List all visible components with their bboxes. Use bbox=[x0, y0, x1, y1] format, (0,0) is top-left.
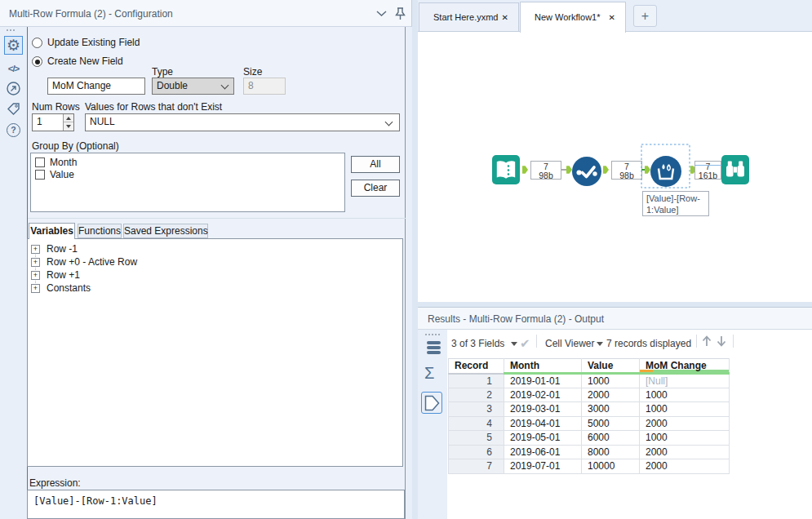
cell: 2019-06-01 bbox=[504, 445, 582, 459]
tab-label: Start Here.yxmd bbox=[433, 12, 498, 22]
table-row[interactable]: 72019-07-01100002000 bbox=[449, 459, 730, 474]
arrow-up-icon[interactable] bbox=[701, 335, 712, 348]
tree-expand-row-plus1[interactable]: + bbox=[31, 271, 40, 280]
tree-expand-constants[interactable]: + bbox=[31, 284, 40, 293]
chevron-down-icon[interactable] bbox=[511, 342, 517, 346]
gear-icon: ⚙ bbox=[7, 36, 20, 55]
tab-saved-expressions[interactable]: Saved Expressions bbox=[123, 224, 208, 238]
tab-label: New Workflow1* bbox=[535, 12, 601, 22]
table-row[interactable]: 62019-06-0180002000 bbox=[449, 445, 730, 459]
all-button[interactable]: All bbox=[351, 156, 400, 173]
navigate-icon[interactable] bbox=[4, 79, 23, 98]
tab-new-workflow1[interactable]: New Workflow1* ✕ bbox=[520, 2, 626, 33]
close-icon[interactable]: ✕ bbox=[609, 13, 615, 22]
table-row[interactable]: 12019-01-011000[Null] bbox=[449, 374, 730, 388]
cell: 3 bbox=[449, 402, 504, 417]
tab-start-here[interactable]: Start Here.yxmd ✕ bbox=[419, 2, 519, 32]
configuration-title-bar: Multi-Row Formula (2) - Configuration bbox=[0, 0, 412, 27]
cell: 2000 bbox=[640, 459, 730, 474]
table-view-icon[interactable] bbox=[427, 341, 441, 354]
update-existing-field-radio[interactable] bbox=[32, 38, 42, 48]
tree-item-row-plus1[interactable]: Row +1 bbox=[47, 269, 80, 281]
type-label: Type bbox=[152, 66, 173, 78]
values-for-rows-value: NULL bbox=[90, 116, 115, 127]
create-new-field-radio[interactable] bbox=[32, 56, 42, 67]
data-size: 161b bbox=[695, 171, 721, 180]
metadata-view-icon-selected[interactable] bbox=[421, 392, 442, 414]
text-input-tool-icon[interactable] bbox=[492, 155, 520, 184]
type-value: Double bbox=[157, 80, 188, 91]
xml-view-icon[interactable]: </> bbox=[4, 59, 23, 78]
cell: 10000 bbox=[582, 459, 640, 474]
col-header-record[interactable]: Record bbox=[449, 359, 504, 374]
close-icon[interactable]: ✕ bbox=[502, 13, 508, 22]
variables-tree-box bbox=[27, 238, 403, 467]
expression-label: Expression: bbox=[29, 477, 81, 489]
group-by-month-label: Month bbox=[50, 157, 77, 168]
col-header-value[interactable]: Value bbox=[582, 359, 640, 374]
spinner-buttons[interactable] bbox=[63, 114, 73, 131]
tree-expand-row-0[interactable]: + bbox=[31, 258, 40, 267]
cell: 7 bbox=[449, 459, 504, 474]
tree-item-constants[interactable]: Constants bbox=[47, 282, 91, 294]
cell: 2019-05-01 bbox=[504, 431, 582, 446]
spinner-down-button[interactable] bbox=[64, 122, 73, 130]
tool-selection-outline bbox=[641, 144, 690, 189]
new-field-name-input[interactable]: MoM Change bbox=[47, 78, 145, 95]
group-by-value-checkbox[interactable] bbox=[35, 170, 45, 180]
cell: 1000 bbox=[640, 388, 730, 402]
tab-variables[interactable]: Variables bbox=[29, 223, 75, 239]
code-icon: </> bbox=[8, 64, 20, 73]
cell: 2019-04-01 bbox=[504, 416, 582, 431]
browse-tool-icon[interactable] bbox=[721, 155, 749, 184]
cell: 3000 bbox=[582, 402, 640, 417]
cell: 8000 bbox=[582, 445, 640, 459]
new-tab-button[interactable]: + bbox=[633, 5, 657, 27]
collapse-chevron-icon[interactable] bbox=[376, 11, 387, 17]
pentagon-icon bbox=[424, 395, 440, 411]
tab-functions[interactable]: Functions bbox=[78, 224, 122, 238]
group-by-month-checkbox[interactable] bbox=[35, 157, 45, 167]
col-header-mom-change[interactable]: MoM Change bbox=[640, 359, 730, 374]
cell: [Null] bbox=[640, 374, 730, 388]
group-by-value-label: Value bbox=[50, 169, 74, 180]
apply-check-icon[interactable]: ✔ bbox=[520, 336, 530, 351]
cell-viewer-dropdown[interactable]: Cell Viewer bbox=[545, 338, 594, 349]
tree-expand-row-minus1[interactable]: + bbox=[31, 245, 40, 254]
type-dropdown[interactable]: Double bbox=[152, 78, 234, 95]
chevron-down-icon bbox=[385, 118, 393, 126]
profile-sigma-icon[interactable]: Σ bbox=[424, 364, 434, 383]
data-size: 98b bbox=[612, 171, 641, 180]
up-triangle-icon bbox=[66, 117, 71, 120]
group-by-listbox[interactable] bbox=[30, 153, 345, 212]
create-new-field-label: Create New Field bbox=[47, 55, 123, 67]
table-row[interactable]: 22019-02-0120001000 bbox=[449, 388, 730, 402]
select-tool-icon[interactable] bbox=[572, 157, 601, 186]
tree-item-row-0[interactable]: Row +0 - Active Row bbox=[47, 256, 137, 268]
pin-icon[interactable] bbox=[394, 7, 406, 20]
annotation-tab-icon[interactable] bbox=[4, 100, 23, 118]
cell: 2019-01-01 bbox=[504, 374, 582, 388]
connection-line-highlighted[interactable] bbox=[695, 165, 721, 166]
spinner-up-button[interactable] bbox=[64, 114, 73, 122]
group-by-label: Group By (Optional) bbox=[32, 140, 119, 152]
values-for-rows-dropdown[interactable]: NULL bbox=[85, 113, 400, 131]
fields-dropdown[interactable]: 3 of 3 Fields bbox=[451, 338, 504, 349]
chevron-down-icon[interactable] bbox=[597, 342, 603, 346]
table-row[interactable]: 32019-03-0130001000 bbox=[449, 402, 730, 417]
expression-editor[interactable]: [Value]-[Row-1:Value] bbox=[27, 490, 405, 519]
data-size: 98b bbox=[531, 171, 561, 180]
table-row[interactable]: 42019-04-0150002000 bbox=[449, 416, 730, 431]
arrow-down-icon[interactable] bbox=[716, 335, 727, 348]
tag-icon bbox=[6, 101, 21, 117]
results-table[interactable]: Record Month Value MoM Change 12019-01-0… bbox=[448, 358, 730, 474]
col-header-month[interactable]: Month bbox=[504, 359, 582, 374]
configuration-tab-icon[interactable]: ⚙ bbox=[4, 36, 23, 55]
tool-annotation[interactable]: [Value]-[Row-1:Value] bbox=[642, 191, 709, 216]
cell: 1000 bbox=[640, 402, 730, 417]
clear-button[interactable]: Clear bbox=[351, 180, 400, 197]
help-icon[interactable]: ? bbox=[4, 121, 23, 140]
connection-badge-2: 7 98b bbox=[611, 161, 642, 180]
table-row[interactable]: 52019-05-0160001000 bbox=[449, 431, 730, 446]
tree-item-row-minus1[interactable]: Row -1 bbox=[47, 243, 78, 255]
